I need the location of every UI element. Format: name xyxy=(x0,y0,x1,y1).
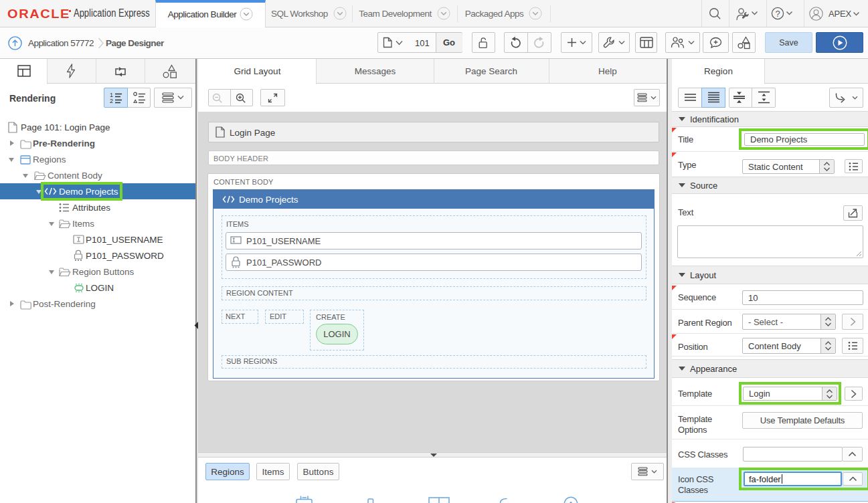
svg-text:?: ? xyxy=(775,9,780,19)
svg-text:2: 2 xyxy=(110,98,113,104)
